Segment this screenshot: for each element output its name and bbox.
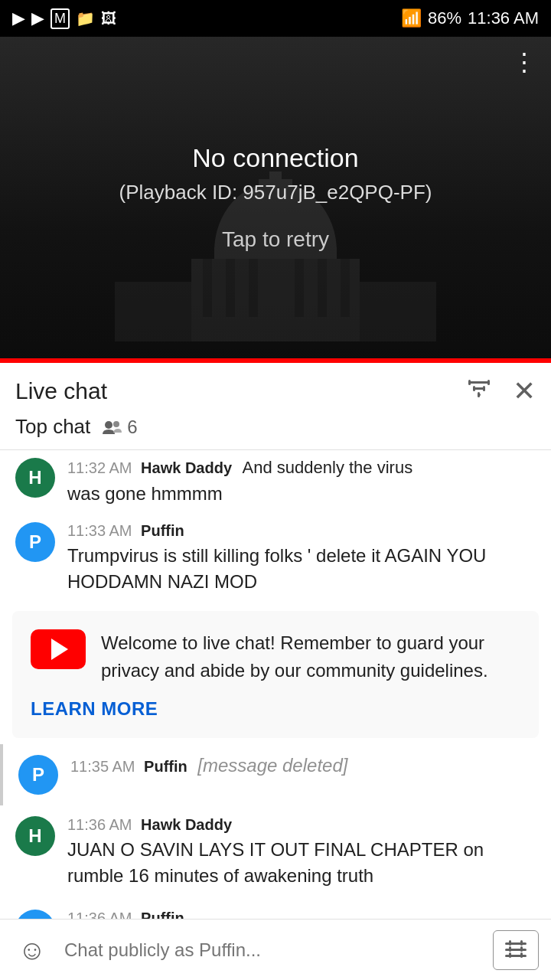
chat-text-input[interactable] [64, 930, 481, 970]
viewer-icon [101, 419, 122, 436]
msg-meta-3: 11:35 AM Puffin [message deleted] [70, 755, 536, 776]
svg-rect-30 [509, 940, 511, 946]
live-chat-title: Live chat [15, 378, 107, 404]
msg-content-4: 11:36 AM Hawk Daddy JUAN O SAVIN LAYS IT… [67, 816, 536, 888]
msg-text-2: Trumpvirus is still killing folks ' dele… [67, 543, 536, 594]
msg-meta-2: 11:33 AM Puffin [67, 522, 536, 540]
live-chat-controls: ✕ [467, 375, 536, 407]
status-bar: ▶ ▶ M 📁 🖼 📶 86% 11:36 AM [0, 0, 551, 37]
status-icons: ▶ ▶ M 📁 🖼 [12, 8, 116, 29]
youtube-logo [31, 629, 86, 669]
svg-rect-33 [520, 946, 523, 952]
video-player[interactable]: No connection (Playback ID: 957u7jB_e2QP… [0, 37, 551, 358]
time-display: 11:36 AM [468, 8, 539, 28]
msg-username-3: Puffin [144, 758, 187, 775]
svg-rect-22 [473, 386, 475, 391]
live-chat-header: Live chat ✕ Top chat [0, 363, 551, 450]
filter-button[interactable] [467, 378, 491, 405]
welcome-text: Welcome to live chat! Remember to guard … [101, 629, 520, 684]
chat-input-bar: ☺ [0, 919, 551, 980]
msg-username-2: Puffin [141, 522, 184, 539]
emoji-icon: ☺ [18, 934, 47, 966]
top-chat-row: Top chat 6 [15, 407, 536, 449]
status-indicators: 📶 86% 11:36 AM [401, 8, 539, 28]
msg-text-4: JUAN O SAVIN LAYS IT OUT FINAL CHAPTER o… [67, 837, 536, 888]
svg-rect-5 [191, 259, 360, 320]
send-message-button[interactable] [493, 930, 539, 970]
svg-rect-16 [360, 282, 436, 341]
svg-point-26 [113, 421, 119, 427]
svg-rect-13 [318, 259, 327, 317]
chat-message-1: H 11:32 AM Hawk Daddy And suddenly the v… [0, 450, 551, 511]
svg-rect-23 [483, 386, 485, 391]
viewer-count: 6 [101, 416, 137, 438]
svg-rect-32 [509, 946, 511, 952]
send-icon [502, 936, 530, 964]
svg-rect-14 [341, 259, 350, 317]
msg-content-2: 11:33 AM Puffin Trumpvirus is still kill… [67, 522, 536, 594]
avatar-puffin-1: P [15, 522, 55, 562]
msg-meta-4: 11:36 AM Hawk Daddy [67, 816, 536, 834]
svg-rect-12 [295, 259, 304, 317]
msg-time-2: 11:33 AM [67, 522, 132, 539]
msg-username-1: Hawk Daddy [141, 459, 232, 476]
msg-content-3: 11:35 AM Puffin [message deleted] [70, 755, 536, 779]
svg-rect-31 [520, 940, 523, 946]
top-chat-label: Top chat [15, 415, 90, 439]
svg-rect-17 [468, 381, 490, 384]
svg-rect-27 [505, 942, 527, 945]
emoji-button[interactable]: ☺ [12, 930, 52, 970]
msg-text-partial: And suddenly the virus [243, 458, 413, 477]
svg-rect-28 [505, 949, 527, 951]
video-menu-button[interactable]: ⋮ [512, 47, 537, 77]
svg-rect-35 [520, 952, 523, 958]
avatar-puffin-2: P [18, 755, 58, 795]
msg-username-4: Hawk Daddy [141, 816, 232, 833]
msg-deleted-text: [message deleted] [197, 755, 347, 776]
close-chat-button[interactable]: ✕ [513, 375, 536, 407]
svg-rect-10 [226, 259, 235, 317]
viewer-count-number: 6 [127, 416, 137, 438]
chat-message-2: P 11:33 AM Puffin Trumpvirus is still ki… [0, 511, 551, 605]
wifi-icon: 📶 [401, 8, 422, 28]
app-icon-file: 📁 [76, 9, 95, 28]
avatar-hawk-daddy-1: H [15, 458, 55, 498]
welcome-card-top: Welcome to live chat! Remember to guard … [31, 629, 520, 684]
msg-time-4: 11:36 AM [67, 816, 132, 833]
chat-message-4: H 11:36 AM Hawk Daddy JUAN O SAVIN LAYS … [0, 805, 551, 899]
msg-time-3: 11:35 AM [70, 758, 135, 775]
svg-rect-24 [478, 392, 480, 397]
msg-time-1: 11:32 AM [67, 459, 132, 476]
msg-text-1: was gone hmmmm [67, 481, 536, 507]
msg-meta-1: 11:32 AM Hawk Daddy And suddenly the vir… [67, 458, 536, 478]
svg-rect-11 [249, 259, 258, 317]
learn-more-button[interactable]: LEARN MORE [31, 698, 520, 720]
svg-rect-21 [487, 380, 490, 385]
video-playback-id: (Playback ID: 957u7jB_e2QPQ-PF) [119, 181, 432, 204]
yt-play-icon [51, 639, 68, 660]
avatar-hawk-daddy-2: H [15, 816, 55, 856]
app-icon-yt: ▶ [12, 8, 25, 28]
battery-text: 86% [428, 8, 461, 28]
svg-rect-20 [468, 380, 471, 385]
app-icon-m: M [51, 8, 70, 29]
chat-messages-list: H 11:32 AM Hawk Daddy And suddenly the v… [0, 450, 551, 980]
svg-rect-34 [509, 952, 511, 958]
svg-point-25 [105, 421, 112, 429]
app-icon-yt2: ▶ [31, 8, 44, 28]
svg-rect-29 [505, 955, 527, 957]
video-error-content[interactable]: No connection (Playback ID: 957u7jB_e2QP… [119, 143, 432, 252]
svg-rect-15 [115, 282, 191, 341]
svg-rect-9 [203, 259, 212, 317]
chat-message-3: P 11:35 AM Puffin [message deleted] [0, 744, 551, 805]
welcome-card: Welcome to live chat! Remember to guard … [12, 611, 539, 738]
video-error-title: No connection [119, 143, 432, 173]
app-icon-img: 🖼 [101, 10, 116, 28]
msg-content-1: 11:32 AM Hawk Daddy And suddenly the vir… [67, 458, 536, 507]
video-tap-retry[interactable]: Tap to retry [119, 227, 432, 252]
